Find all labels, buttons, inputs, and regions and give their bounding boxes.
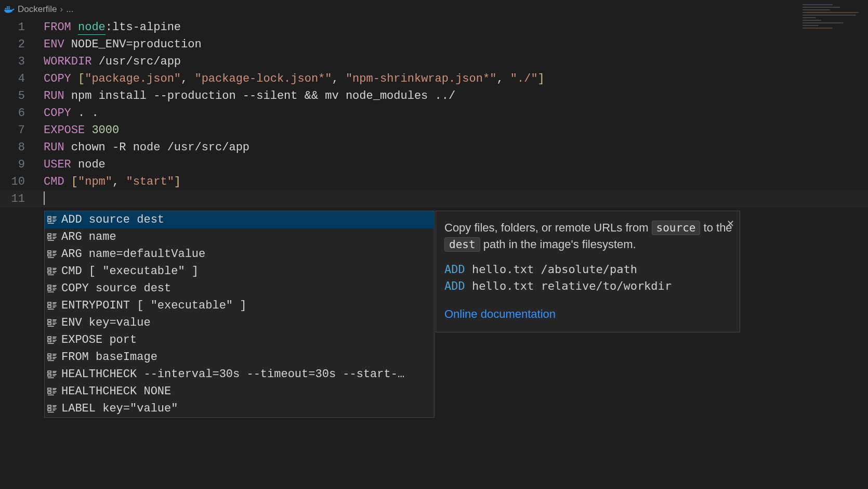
svg-rect-82 <box>48 405 51 407</box>
code-line-content[interactable]: USER node <box>32 156 106 173</box>
suggestion-label: ADD source dest <box>61 211 164 228</box>
code-line-content[interactable]: RUN npm install --production --silent &&… <box>32 87 455 105</box>
suggestion-item[interactable]: ARG name=defaultValue <box>45 246 434 263</box>
gutter-line-number: 5 <box>0 87 32 105</box>
suggestion-item[interactable]: HEALTHCHECK --interval=30s --timeout=30s… <box>45 366 434 383</box>
gutter-line-number: 6 <box>0 105 32 122</box>
code-line[interactable]: 10CMD ["npm", "start"] <box>0 173 868 190</box>
suggestion-item[interactable]: FROM baseImage <box>45 349 434 366</box>
gutter-line-number: 4 <box>0 70 32 87</box>
breadcrumb-more[interactable]: ... <box>66 4 73 15</box>
gutter-line-number: 10 <box>0 173 32 190</box>
suggestion-label: CMD [ "executable" ] <box>61 263 199 280</box>
svg-rect-5 <box>48 216 51 218</box>
code-line[interactable]: 1FROM node:lts-alpine <box>0 19 868 36</box>
suggestion-item[interactable]: ENTRYPOINT [ "executable" ] <box>45 297 434 314</box>
suggestion-label: EXPOSE port <box>61 331 137 349</box>
close-icon[interactable]: ✕ <box>727 215 734 232</box>
code-line-content[interactable]: FROM node:lts-alpine <box>32 19 181 36</box>
gutter-line-number: 9 <box>0 156 32 173</box>
suggestion-item[interactable]: LABEL key="value" <box>45 400 434 417</box>
suggestion-item[interactable]: HEALTHCHECK NONE <box>45 383 434 400</box>
svg-rect-2 <box>8 8 10 10</box>
doc-example-2: ADD hello.txt relative/to/workdir <box>444 278 732 294</box>
suggestion-item[interactable]: ARG name <box>45 228 434 246</box>
code-line[interactable]: 6COPY . . <box>0 105 868 122</box>
svg-rect-27 <box>48 271 51 273</box>
svg-rect-40 <box>48 302 51 304</box>
suggestion-label: LABEL key="value" <box>61 400 178 417</box>
svg-rect-20 <box>48 254 51 256</box>
chevron-right-icon: › <box>60 4 63 15</box>
svg-rect-0 <box>5 8 6 10</box>
svg-rect-61 <box>48 354 51 356</box>
code-line-content[interactable]: ENV NODE_ENV=production <box>32 36 202 53</box>
code-line-content[interactable]: CMD ["npm", "start"] <box>32 173 181 190</box>
code-line[interactable]: 8RUN chown -R node /usr/src/app <box>0 139 868 156</box>
svg-rect-3 <box>7 6 8 7</box>
doc-chip-source: source <box>652 221 701 235</box>
code-line[interactable]: 7EXPOSE 3000 <box>0 122 868 139</box>
gutter-line-number: 3 <box>0 53 32 70</box>
svg-rect-34 <box>48 288 51 290</box>
doc-link[interactable]: Online documentation <box>444 306 732 323</box>
code-line-content[interactable]: EXPOSE 3000 <box>32 122 119 139</box>
gutter-line-number: 2 <box>0 36 32 53</box>
code-line-content[interactable]: WORKDIR /usr/src/app <box>32 53 181 70</box>
code-line-content[interactable] <box>32 190 45 208</box>
gutter-line-number: 1 <box>0 19 32 36</box>
suggestion-label: ENTRYPOINT [ "executable" ] <box>61 297 246 314</box>
doc-description: Copy files, folders, or remote URLs from… <box>444 220 732 253</box>
code-editor: Dockerfile › ... 1FROM node:lts-alpine2E… <box>0 0 868 489</box>
suggestion-label: HEALTHCHECK NONE <box>61 383 171 400</box>
suggestion-item[interactable]: COPY source dest <box>45 280 434 297</box>
svg-rect-48 <box>48 323 51 325</box>
text-cursor <box>44 191 45 205</box>
snippet-icon <box>47 369 57 380</box>
suggestion-item[interactable]: ENV key=value <box>45 314 434 331</box>
svg-rect-33 <box>48 285 51 287</box>
breadcrumb[interactable]: Dockerfile › ... <box>0 0 868 19</box>
svg-rect-41 <box>48 305 51 307</box>
code-line[interactable]: 2ENV NODE_ENV=production <box>0 36 868 53</box>
svg-rect-75 <box>48 388 51 390</box>
svg-rect-55 <box>48 340 51 342</box>
gutter-line-number: 7 <box>0 122 32 139</box>
code-line[interactable]: 9USER node <box>0 156 868 173</box>
svg-rect-1 <box>7 8 8 10</box>
snippet-icon <box>47 232 57 242</box>
code-line-content[interactable]: COPY ["package.json", "package-lock.json… <box>32 70 545 87</box>
snippet-icon <box>47 215 57 225</box>
svg-rect-13 <box>48 237 51 239</box>
code-line[interactable]: 4COPY ["package.json", "package-lock.jso… <box>0 70 868 87</box>
doc-chip-dest: dest <box>444 237 480 252</box>
documentation-panel: ✕ Copy files, folders, or remote URLs fr… <box>436 211 740 332</box>
suggestion-item[interactable]: ADD source dest <box>45 211 434 228</box>
svg-rect-83 <box>48 408 51 410</box>
svg-rect-19 <box>48 251 51 253</box>
code-line-content[interactable]: RUN chown -R node /usr/src/app <box>32 139 249 156</box>
code-line-content[interactable]: COPY . . <box>32 105 99 122</box>
snippet-icon <box>47 266 57 277</box>
code-line[interactable]: 3WORKDIR /usr/src/app <box>0 53 868 70</box>
svg-rect-68 <box>48 371 51 373</box>
suggestion-label: FROM baseImage <box>61 349 157 366</box>
suggestion-label: ENV key=value <box>61 314 151 331</box>
code-line[interactable]: 11 <box>0 190 868 208</box>
suggestion-label: COPY source dest <box>61 280 171 297</box>
code-line[interactable]: 5RUN npm install --production --silent &… <box>0 87 868 105</box>
suggestion-item[interactable]: EXPOSE port <box>45 331 434 349</box>
snippet-icon <box>47 335 57 345</box>
suggestion-label: ARG name <box>61 228 116 246</box>
gutter-line-number: 8 <box>0 139 32 156</box>
suggestion-list[interactable]: ADD source destARG nameARG name=defaultV… <box>44 211 435 418</box>
suggestion-item[interactable]: CMD [ "executable" ] <box>45 263 434 280</box>
snippet-icon <box>47 249 57 260</box>
snippet-icon <box>47 318 57 328</box>
svg-rect-54 <box>48 337 51 339</box>
docker-icon <box>4 5 15 14</box>
code-area[interactable]: 1FROM node:lts-alpine2ENV NODE_ENV=produ… <box>0 19 868 208</box>
suggestion-label: ARG name=defaultValue <box>61 246 205 263</box>
svg-rect-4 <box>8 6 10 7</box>
breadcrumb-file[interactable]: Dockerfile <box>18 4 57 15</box>
